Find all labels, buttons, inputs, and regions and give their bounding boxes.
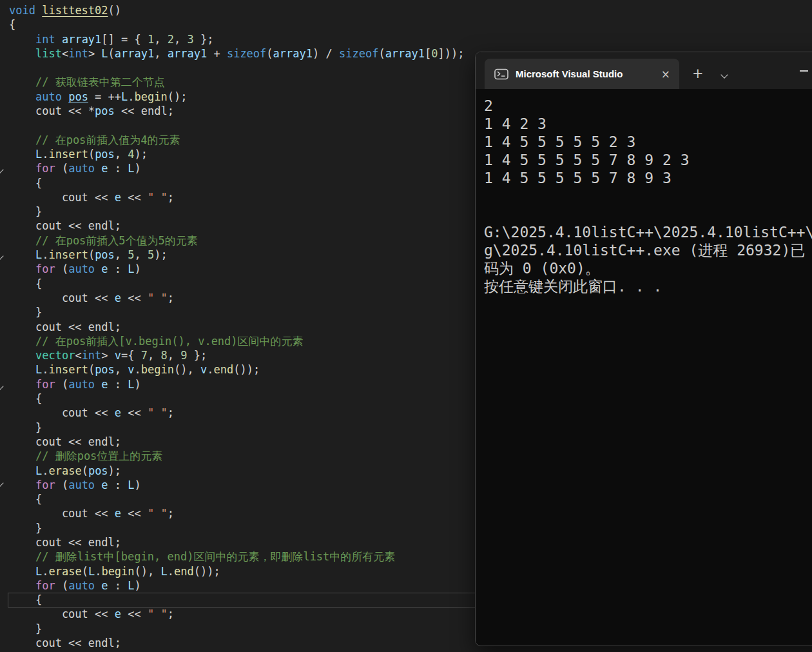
code-line[interactable]: // 在pos前插入5个值为5的元素 xyxy=(9,233,465,248)
code-line[interactable]: auto pos = ++L.begin(); xyxy=(9,90,465,104)
code-line[interactable]: cout << e << " "; xyxy=(9,506,465,520)
code-line[interactable]: L.insert(pos, v.begin(), v.end()); xyxy=(9,362,465,377)
console-line: 2 xyxy=(484,97,812,115)
tab-title: Microsoft Visual Studio xyxy=(516,68,657,79)
console-line: 码为 0 (0x0)。 xyxy=(484,259,812,277)
code-line[interactable]: { xyxy=(9,492,465,506)
code-line[interactable]: { xyxy=(9,17,465,32)
code-line[interactable]: { xyxy=(9,277,465,291)
minimize-button[interactable] xyxy=(800,70,808,72)
console-line: 1 4 5 5 5 5 5 2 3 xyxy=(484,133,812,151)
console-line: G:\2025.4.10listC++\2025.4.10listC++\ xyxy=(484,223,812,241)
console-output[interactable]: 21 4 2 31 4 5 5 5 5 5 2 31 4 5 5 5 5 5 7… xyxy=(476,89,812,646)
console-line xyxy=(484,187,812,205)
minimize-dash-icon xyxy=(800,70,808,72)
code-line[interactable]: vector<int> v={ 7, 8, 9 }; xyxy=(9,348,465,362)
code-line[interactable]: void listtest02() xyxy=(9,3,465,17)
code-line[interactable]: int array1[] = { 1, 2, 3 }; xyxy=(9,32,465,46)
new-tab-button[interactable]: + xyxy=(692,66,704,81)
code-line[interactable]: // 在pos前插入[v.begin(), v.end)区间中的元素 xyxy=(9,334,465,348)
console-line xyxy=(484,205,812,223)
code-line[interactable]: cout << endl; xyxy=(9,636,465,650)
code-line[interactable] xyxy=(9,61,465,75)
code-line[interactable]: cout << e << " "; xyxy=(9,190,465,204)
code-line[interactable]: } xyxy=(9,521,465,535)
code-line[interactable]: cout << e << " "; xyxy=(9,607,465,621)
code-line[interactable]: for (auto e : L) xyxy=(9,478,465,492)
code-line[interactable]: for (auto e : L) xyxy=(9,578,465,593)
command-prompt-icon xyxy=(494,68,508,80)
terminal-titlebar: Microsoft Visual Studio × + xyxy=(476,52,812,89)
code-line[interactable]: L.erase(L.begin(), L.end()); xyxy=(9,564,465,578)
code-line[interactable]: { xyxy=(9,391,465,406)
code-line[interactable]: for (auto e : L) xyxy=(9,161,465,175)
code-line[interactable] xyxy=(9,118,465,132)
code-line[interactable]: list<int> L(array1, array1 + sizeof(arra… xyxy=(9,46,465,61)
code-line[interactable]: } xyxy=(9,420,465,435)
fold-chevron-icon[interactable] xyxy=(0,163,5,171)
console-line: 1 4 5 5 5 5 5 7 8 9 3 xyxy=(484,169,812,187)
code-line[interactable]: L.erase(pos); xyxy=(9,464,465,478)
code-line[interactable]: } xyxy=(9,204,465,219)
screen: void listtest02(){ int array1[] = { 1, 2… xyxy=(0,0,812,652)
terminal-window: Microsoft Visual Studio × + 21 4 2 31 4 … xyxy=(475,52,812,646)
chevron-down-icon xyxy=(720,71,728,78)
code-line[interactable]: cout << e << " "; xyxy=(9,291,465,305)
fold-chevron-icon[interactable] xyxy=(0,477,5,484)
console-line: 1 4 2 3 xyxy=(484,115,812,133)
console-line: 1 4 5 5 5 5 5 7 8 9 2 3 xyxy=(484,151,812,169)
code-line[interactable]: // 获取链表中第二个节点 xyxy=(9,75,465,89)
code-line[interactable]: cout << endl; xyxy=(9,535,465,549)
code-line[interactable]: L.insert(pos, 5, 5); xyxy=(9,248,465,262)
code-line[interactable]: L.insert(pos, 4); xyxy=(9,147,465,161)
code-line[interactable]: } xyxy=(9,622,465,636)
current-line-highlight xyxy=(8,593,476,608)
code-line[interactable]: // 删除pos位置上的元素 xyxy=(9,449,465,463)
code-line[interactable]: // 在pos前插入值为4的元素 xyxy=(9,133,465,147)
code-line[interactable]: cout << endl; xyxy=(9,320,465,334)
console-line: g\2025.4.10listC++.exe (进程 26932)已 xyxy=(484,241,812,259)
tab-close-button[interactable]: × xyxy=(657,68,674,81)
tab-dropdown-button[interactable] xyxy=(722,68,727,80)
code-line[interactable]: cout << *pos << endl; xyxy=(9,104,465,118)
code-line[interactable]: cout << e << " "; xyxy=(9,406,465,420)
fold-chevron-icon[interactable] xyxy=(0,380,5,388)
code-area[interactable]: void listtest02(){ int array1[] = { 1, 2… xyxy=(9,3,465,650)
code-line[interactable]: for (auto e : L) xyxy=(9,377,465,391)
console-line: 按任意键关闭此窗口. . . xyxy=(484,277,812,295)
code-line[interactable]: // 删除list中[begin, end)区间中的元素，即删除list中的所有… xyxy=(9,549,465,564)
code-line[interactable]: cout << endl; xyxy=(9,219,465,233)
code-line[interactable]: { xyxy=(9,176,465,190)
terminal-tab[interactable]: Microsoft Visual Studio × xyxy=(485,59,679,89)
code-line[interactable]: cout << endl; xyxy=(9,435,465,449)
code-line[interactable]: } xyxy=(9,305,465,319)
code-line[interactable]: for (auto e : L) xyxy=(9,262,465,276)
fold-chevron-icon[interactable] xyxy=(0,250,5,257)
